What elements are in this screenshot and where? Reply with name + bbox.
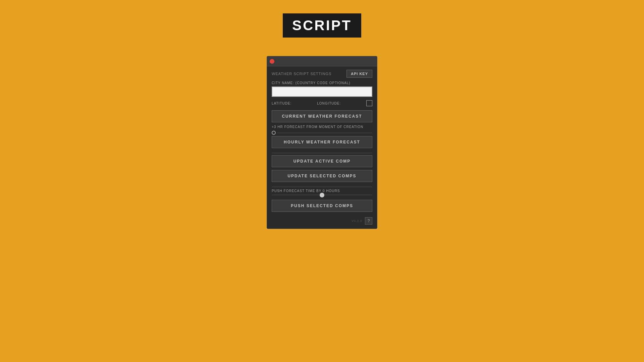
push-slider-thumb[interactable]	[320, 193, 324, 197]
forecast-label: +3 HR FORECAST FROM MOMENT OF CREATION	[272, 125, 372, 129]
page-title-wrapper: SCRIPT	[283, 13, 361, 38]
help-icon: ?	[368, 219, 370, 223]
api-key-button[interactable]: API KEY	[346, 70, 372, 78]
push-section-label: PUSH FORECAST TIME BY 0 HOURS	[272, 189, 372, 193]
close-button[interactable]	[270, 59, 274, 64]
city-name-label: CITY NAME: (COUNTRY CODE OPTIONAL)	[272, 81, 372, 85]
update-selected-comps-button[interactable]: UPDATE SELECTED COMPS	[272, 170, 372, 182]
forecast-slider-thumb[interactable]	[272, 131, 276, 135]
help-button[interactable]: ?	[365, 217, 372, 225]
version-text: V0.2.0	[352, 219, 362, 223]
city-name-input[interactable]	[272, 86, 372, 97]
dialog-container: WEATHER SCRIPT SETTINGS API KEY CITY NAM…	[267, 56, 377, 229]
longitude-label: LONGITUDE:	[317, 102, 341, 105]
push-selected-comps-button[interactable]: PUSH SELECTED COMPS	[272, 200, 372, 212]
current-weather-button[interactable]: CURRENT WEATHER FORECAST	[272, 110, 372, 122]
latitude-label: LATITUDE:	[272, 102, 291, 105]
dialog-titlebar	[267, 56, 377, 66]
page-title: SCRIPT	[292, 17, 352, 33]
header-label: WEATHER SCRIPT SETTINGS	[272, 72, 331, 76]
update-active-comp-button[interactable]: UPDATE ACTIVE COMP	[272, 155, 372, 167]
hourly-weather-button[interactable]: HOURLY WEATHER FORECAST	[272, 136, 372, 148]
checkbox[interactable]	[366, 100, 372, 106]
